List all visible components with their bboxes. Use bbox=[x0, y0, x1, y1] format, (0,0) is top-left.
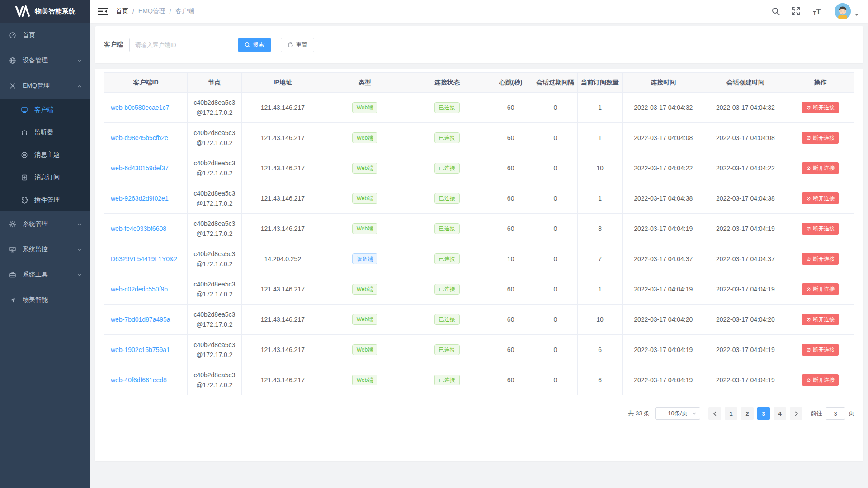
cell-node: c40b2d8ea5c3@172.17.0.2 bbox=[188, 153, 241, 183]
sidebar-item-client[interactable]: 客户端 bbox=[0, 99, 90, 121]
sidebar-item-wumei-smart[interactable]: 物美智能 bbox=[0, 287, 90, 313]
caret-down-icon[interactable] bbox=[854, 11, 859, 16]
sidebar-item-system-tools[interactable]: 系统工具 bbox=[0, 262, 90, 287]
cell-node: c40b2d8ea5c3@172.17.0.2 bbox=[188, 274, 241, 305]
fullscreen-icon[interactable] bbox=[791, 7, 800, 16]
client-icon bbox=[21, 106, 28, 113]
table-row: web-fe4c033bf6608c40b2d8ea5c3@172.17.0.2… bbox=[104, 214, 854, 244]
page-button-4[interactable]: 4 bbox=[774, 407, 786, 420]
cell-session-create-time: 2022-03-17 04:04:37 bbox=[704, 244, 787, 274]
next-page-button[interactable] bbox=[790, 407, 802, 420]
search-button[interactable]: 搜索 bbox=[238, 38, 271, 52]
cell-client-id: web-9263d2d9f02e1 bbox=[104, 183, 188, 214]
disconnect-button[interactable]: 断开连接 bbox=[802, 223, 839, 235]
client-id-link[interactable]: web-40f6df661eed8 bbox=[111, 376, 167, 384]
listener-icon bbox=[21, 129, 28, 136]
avatar[interactable] bbox=[835, 3, 851, 19]
client-id-input[interactable] bbox=[129, 38, 226, 52]
breadcrumb-item[interactable]: 首页 bbox=[116, 7, 128, 15]
sidebar-item-listener[interactable]: 监听器 bbox=[0, 121, 90, 144]
status-badge: 已连接 bbox=[434, 132, 460, 143]
goto-page-input[interactable] bbox=[826, 407, 845, 420]
font-size-icon[interactable]: TT bbox=[811, 7, 823, 16]
disconnect-button[interactable]: 断开连接 bbox=[802, 192, 839, 204]
cell-session-create-time: 2022-03-17 04:04:32 bbox=[704, 93, 787, 123]
cell-session-create-time: 2022-03-17 04:04:19 bbox=[704, 335, 787, 365]
cell-session-expiry: 0 bbox=[533, 123, 577, 153]
sidebar-menu: 首页设备管理EMQ管理客户端监听器消息主题消息订阅插件管理系统管理系统监控系统工… bbox=[0, 23, 90, 313]
table-row: web-7bd01d87a495ac40b2d8ea5c3@172.17.0.2… bbox=[104, 305, 854, 335]
disconnect-button[interactable]: 断开连接 bbox=[802, 344, 839, 356]
cell-subscriptions: 1 bbox=[577, 123, 623, 153]
client-id-link[interactable]: web-b0c580ecae1c7 bbox=[111, 104, 169, 111]
status-badge: 已连接 bbox=[434, 193, 460, 204]
column-header: 当前订阅数量 bbox=[577, 73, 623, 93]
dashboard-icon bbox=[9, 32, 16, 39]
search-field-label: 客户端 bbox=[104, 41, 123, 49]
cell-status: 已连接 bbox=[406, 153, 488, 183]
cell-status: 已连接 bbox=[406, 183, 488, 214]
client-id-link[interactable]: web-fe4c033bf6608 bbox=[111, 225, 166, 232]
paper-plane-icon bbox=[9, 296, 16, 304]
cell-connect-time: 2022-03-17 04:04:32 bbox=[623, 93, 704, 123]
disconnect-button[interactable]: 断开连接 bbox=[802, 283, 839, 295]
sidebar-item-label: 系统监控 bbox=[23, 245, 48, 253]
cell-heartbeat: 60 bbox=[488, 365, 533, 395]
cell-type: Web端 bbox=[324, 274, 406, 305]
chevron-down-icon bbox=[77, 247, 82, 252]
sidebar-item-label: 监听器 bbox=[34, 128, 53, 136]
cell-status: 已连接 bbox=[406, 305, 488, 335]
client-id-link[interactable]: D6329VL54419L1Y0&2 bbox=[111, 255, 177, 263]
reset-button[interactable]: 重置 bbox=[281, 38, 314, 52]
unlink-icon bbox=[806, 136, 811, 141]
cell-client-id: web-b0c580ecae1c7 bbox=[104, 93, 188, 123]
client-id-link[interactable]: web-7bd01d87a495a bbox=[111, 316, 170, 323]
sidebar-item-system-management[interactable]: 系统管理 bbox=[0, 211, 90, 237]
unlink-icon bbox=[806, 105, 811, 110]
sidebar-item-emq-management[interactable]: EMQ管理 bbox=[0, 73, 90, 99]
client-id-link[interactable]: web-6d430159def37 bbox=[111, 164, 169, 172]
page-button-1[interactable]: 1 bbox=[725, 407, 737, 420]
client-id-link[interactable]: web-c02dedc550f9b bbox=[111, 286, 168, 293]
sidebar-item-message-topic[interactable]: 消息主题 bbox=[0, 144, 90, 166]
disconnect-button[interactable]: 断开连接 bbox=[802, 253, 839, 265]
goto-unit: 页 bbox=[849, 409, 854, 418]
client-table-card: 客户端ID节点IP地址类型连接状态心跳(秒)会话过期间隔当前订阅数量连接时间会话… bbox=[95, 69, 863, 461]
cell-session-create-time: 2022-03-17 04:04:38 bbox=[704, 183, 787, 214]
sidebar-item-message-subscribe[interactable]: 消息订阅 bbox=[0, 166, 90, 189]
prev-page-button[interactable] bbox=[708, 407, 721, 420]
cell-actions: 断开连接 bbox=[787, 365, 854, 395]
sidebar-item-plugin-management[interactable]: 插件管理 bbox=[0, 189, 90, 211]
disconnect-button[interactable]: 断开连接 bbox=[802, 132, 839, 144]
pagination-total: 共 33 条 bbox=[628, 409, 650, 418]
cell-heartbeat: 60 bbox=[488, 214, 533, 244]
cell-session-create-time: 2022-03-17 04:04:08 bbox=[704, 123, 787, 153]
cell-session-expiry: 0 bbox=[533, 214, 577, 244]
search-icon[interactable] bbox=[771, 7, 780, 16]
toolbox-icon bbox=[9, 271, 16, 278]
disconnect-button[interactable]: 断开连接 bbox=[802, 162, 839, 174]
cell-client-id: web-c02dedc550f9b bbox=[104, 274, 188, 305]
cell-connect-time: 2022-03-17 04:04:20 bbox=[623, 305, 704, 335]
client-id-link[interactable]: web-d98e45b5cfb2e bbox=[111, 134, 168, 141]
client-id-link[interactable]: web-1902c15b759a1 bbox=[111, 346, 170, 353]
page-size-select[interactable]: 10条/页 bbox=[655, 407, 700, 420]
cell-subscriptions: 6 bbox=[577, 365, 623, 395]
chevron-down-icon bbox=[77, 58, 82, 63]
user-menu[interactable] bbox=[835, 3, 859, 19]
page-button-2[interactable]: 2 bbox=[741, 407, 754, 420]
disconnect-button[interactable]: 断开连接 bbox=[802, 374, 839, 386]
sidebar-item-device-management[interactable]: 设备管理 bbox=[0, 48, 90, 73]
cell-actions: 断开连接 bbox=[787, 305, 854, 335]
breadcrumb-item[interactable]: EMQ管理 bbox=[138, 7, 165, 15]
cell-ip: 121.43.146.217 bbox=[241, 274, 324, 305]
sidebar-fold-icon[interactable] bbox=[98, 7, 108, 16]
sidebar-item-system-monitor[interactable]: 系统监控 bbox=[0, 237, 90, 262]
disconnect-button[interactable]: 断开连接 bbox=[802, 314, 839, 325]
cell-client-id: web-40f6df661eed8 bbox=[104, 365, 188, 395]
column-header: 连接时间 bbox=[623, 73, 704, 93]
page-button-3[interactable]: 3 bbox=[757, 407, 770, 420]
client-id-link[interactable]: web-9263d2d9f02e1 bbox=[111, 195, 169, 202]
sidebar-item-home[interactable]: 首页 bbox=[0, 23, 90, 48]
disconnect-button[interactable]: 断开连接 bbox=[802, 102, 839, 113]
